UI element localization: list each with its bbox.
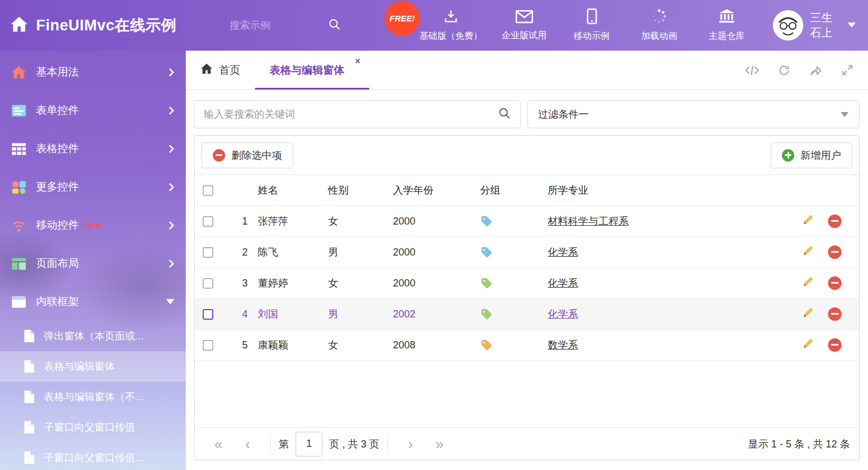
sidebar-item-grid-controls[interactable]: 表格控件 (0, 129, 186, 168)
tab-bar: 首页 表格与编辑窗体 × (186, 51, 868, 90)
delete-row-icon[interactable] (828, 307, 842, 321)
layout-icon (11, 257, 26, 271)
sidebar-subitem-grid-edit-window-2[interactable]: 表格与编辑窗体（不... (0, 382, 186, 412)
edit-pencil-icon[interactable] (802, 306, 815, 322)
table-row-selected[interactable]: 4 刘国 男 2002 化学系 (195, 299, 859, 330)
table-row[interactable]: 1 张萍萍 女 2000 材料科学与工程系 (195, 206, 859, 237)
sidebar-subitem-grid-edit-window[interactable]: 表格与编辑窗体 (0, 351, 186, 382)
next-page-button[interactable]: › (396, 431, 425, 457)
close-icon[interactable]: × (355, 57, 360, 66)
page-suffix-label: 页 , 共 3 页 (329, 437, 379, 451)
source-code-icon[interactable] (745, 65, 759, 76)
nav-item-theme-repo[interactable]: 主题仓库 (701, 9, 753, 42)
avatar[interactable] (773, 10, 803, 41)
sidebar-subitem-label: 子窗口向父窗口传值 (44, 420, 135, 434)
sidebar-item-mobile-controls[interactable]: 移动控件 Corp. (0, 206, 186, 244)
edit-pencil-icon[interactable] (802, 337, 815, 353)
nav-item-label: 加载动画 (641, 30, 677, 42)
edit-pencil-icon[interactable] (802, 213, 815, 229)
nav-item-mobile-demo[interactable]: 移动示例 (566, 8, 618, 42)
col-group: 分组 (480, 183, 548, 197)
col-name: 姓名 (258, 183, 328, 197)
share-icon[interactable] (809, 65, 822, 76)
tab-grid-edit-window[interactable]: 表格与编辑窗体 × (255, 51, 369, 89)
row-actions (789, 337, 851, 353)
sidebar-item-form-controls[interactable]: 表单控件 (0, 91, 186, 129)
filter-dropdown-value: 过滤条件一 (538, 108, 589, 121)
major-link[interactable]: 数学系 (548, 338, 789, 352)
sidebar-item-basic-usage[interactable]: 基本用法 (0, 53, 186, 91)
cell-year: 2008 (393, 339, 480, 351)
page-number-input[interactable] (296, 432, 323, 456)
file-icon (24, 360, 35, 373)
filter-row: 过滤条件一 (194, 100, 860, 128)
sidebar-item-inline-frame[interactable]: 内联框架 (0, 283, 186, 321)
first-page-button[interactable]: « (204, 431, 233, 457)
filter-dropdown[interactable]: 过滤条件一 (527, 100, 860, 128)
major-link[interactable]: 材料科学与工程系 (548, 214, 789, 228)
row-actions (789, 244, 851, 260)
widgets-icon (11, 180, 26, 194)
edit-pencil-icon[interactable] (802, 275, 815, 291)
table-row[interactable]: 5 康颖颖 女 2008 数学系 (195, 330, 859, 361)
username: 三生石上 (810, 10, 841, 41)
row-index: 5 (232, 339, 258, 351)
nav-item-enterprise-trial[interactable]: 企业版试用 (498, 10, 550, 42)
header-search-input[interactable] (230, 20, 320, 32)
row-checkbox[interactable] (203, 216, 213, 227)
grid-toolbar: 删除选中项 新增用户 (195, 136, 859, 175)
delete-row-icon[interactable] (828, 245, 842, 259)
row-checkbox[interactable] (203, 340, 213, 351)
table-empty-space (195, 361, 859, 427)
last-page-button[interactable]: » (425, 431, 454, 457)
row-checkbox[interactable] (203, 309, 213, 320)
brand[interactable]: FineUIMvc在线示例 (0, 15, 230, 35)
edit-pencil-icon[interactable] (802, 244, 815, 260)
keyword-search-input[interactable] (204, 109, 498, 120)
add-user-label: 新增用户 (800, 149, 841, 162)
sidebar-item-label: 表单控件 (36, 103, 79, 118)
table-row[interactable]: 2 陈飞 男 2000 化学系 (195, 237, 859, 268)
row-checkbox[interactable] (203, 278, 213, 289)
header-nav: 基础版（免费） 企业版试用 移动示例 加载动画 (419, 8, 753, 42)
major-link[interactable]: 化学系 (548, 307, 789, 321)
delete-selected-button[interactable]: 删除选中项 (202, 142, 293, 168)
sidebar-item-label: 更多控件 (36, 180, 79, 194)
add-user-button[interactable]: 新增用户 (771, 142, 852, 168)
sidebar-item-label: 表格控件 (36, 141, 79, 156)
table-row[interactable]: 3 董婷婷 女 2000 化学系 (195, 268, 859, 299)
refresh-icon[interactable] (778, 64, 790, 77)
sidebar-subitem-label: 弹出窗体（本页面或... (44, 329, 144, 343)
sidebar-subitem-popup-window[interactable]: 弹出窗体（本页面或... (0, 321, 186, 351)
corp-badge: Corp. (83, 221, 104, 230)
search-icon[interactable] (328, 17, 341, 33)
grid-panel: 删除选中项 新增用户 姓名 性别 入学年份 分组 (194, 135, 860, 460)
delete-row-icon[interactable] (828, 214, 842, 228)
tab-home[interactable]: 首页 (186, 51, 255, 89)
major-link[interactable]: 化学系 (548, 245, 789, 259)
sidebar-item-label: 基本用法 (36, 65, 79, 79)
cell-gender: 女 (328, 338, 393, 352)
sidebar-subitem-child-to-parent[interactable]: 子窗口向父窗口传值 (0, 412, 186, 442)
top-bar: FineUIMvc在线示例 FREE! 基础版（免费） 企业版试用 (0, 0, 868, 51)
row-actions (789, 306, 851, 322)
delete-row-icon[interactable] (828, 338, 842, 352)
sidebar-item-page-layout[interactable]: 页面布局 (0, 244, 186, 283)
nav-item-basic-edition[interactable]: 基础版（免费） (419, 8, 482, 42)
row-checkbox[interactable] (203, 247, 213, 258)
nav-item-label: 基础版（免费） (419, 30, 482, 42)
sidebar-subitem-child-to-parent-2[interactable]: 子窗口向父窗口传值... (0, 442, 186, 470)
expand-icon[interactable] (842, 64, 853, 76)
prev-page-button[interactable]: ‹ (233, 431, 262, 457)
major-link[interactable]: 化学系 (548, 276, 789, 290)
tag-icon (480, 308, 548, 320)
delete-row-icon[interactable] (828, 276, 842, 290)
tab-tools (745, 51, 868, 89)
nav-item-loading-animation[interactable]: 加载动画 (633, 8, 685, 42)
user-menu[interactable]: 三生石上 (773, 10, 868, 41)
select-all-checkbox[interactable] (203, 185, 213, 196)
sidebar-item-more-controls[interactable]: 更多控件 (0, 168, 186, 206)
search-icon[interactable] (498, 106, 511, 122)
sidebar-item-label: 移动控件 (36, 218, 79, 232)
file-icon (24, 420, 35, 434)
